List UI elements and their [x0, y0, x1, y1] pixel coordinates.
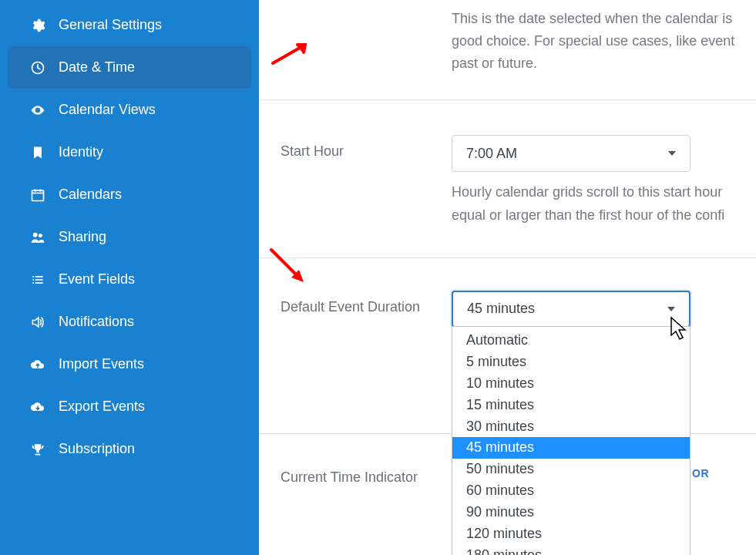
setting-row-default-date: This is the date selected when the calen…: [259, 0, 756, 100]
gear-icon: [29, 17, 46, 34]
sidebar-item-export-events[interactable]: Export Events: [8, 385, 251, 428]
caret-down-icon: [667, 307, 675, 311]
sidebar-item-general-settings[interactable]: General Settings: [8, 4, 251, 46]
svg-rect-1: [32, 190, 44, 200]
users-icon: [29, 229, 46, 246]
sidebar-item-date-time[interactable]: Date & Time: [8, 46, 251, 89]
trophy-icon: [29, 441, 46, 458]
duration-option[interactable]: 15 minutes: [452, 394, 690, 415]
sidebar-item-event-fields[interactable]: Event Fields: [8, 258, 251, 301]
default-duration-select[interactable]: 45 minutes: [452, 291, 690, 328]
sidebar-item-label: General Settings: [59, 17, 162, 33]
duration-option[interactable]: 120 minutes: [452, 523, 690, 544]
sidebar-item-label: Notifications: [59, 314, 134, 330]
calendar-icon: [29, 187, 46, 204]
volume-icon: [29, 314, 46, 331]
svg-point-3: [39, 234, 42, 237]
sidebar: General Settings Date & Time Calendar Vi…: [0, 0, 259, 555]
default-duration-menu: Automatic 5 minutes 10 minutes 15 minute…: [452, 326, 690, 555]
sidebar-item-sharing[interactable]: Sharing: [8, 216, 251, 258]
sidebar-item-calendar-views[interactable]: Calendar Views: [8, 89, 251, 131]
content-area: This is the date selected when the calen…: [259, 0, 756, 555]
duration-option[interactable]: Automatic: [452, 330, 690, 352]
cloud-up-icon: [29, 356, 46, 373]
default-duration-label: Default Event Duration: [281, 291, 452, 391]
sidebar-item-label: Event Fields: [59, 271, 135, 288]
duration-option[interactable]: 90 minutes: [452, 501, 690, 523]
eye-icon: [29, 102, 46, 119]
sidebar-item-label: Subscription: [59, 441, 135, 457]
start-hour-help: Hourly calendar grids scroll to this sta…: [452, 181, 756, 226]
sidebar-item-calendars[interactable]: Calendars: [8, 173, 251, 216]
sidebar-item-label: Import Events: [59, 356, 144, 372]
start-hour-select[interactable]: 7:00 AM: [452, 135, 690, 172]
setting-row-default-duration: Default Event Duration 45 minutes Automa…: [259, 258, 756, 434]
start-hour-label: Start Hour: [281, 135, 452, 226]
list-icon: [29, 271, 46, 288]
setting-row-start-hour: Start Hour 7:00 AM Hourly calendar grids…: [259, 100, 756, 257]
start-hour-value: 7:00 AM: [466, 146, 517, 162]
sidebar-item-import-events[interactable]: Import Events: [8, 343, 251, 385]
duration-option[interactable]: 45 minutes: [452, 437, 690, 459]
sidebar-item-label: Export Events: [59, 399, 145, 415]
caret-down-icon: [668, 151, 676, 156]
cloud-down-icon: [29, 399, 46, 415]
bookmark-icon: [29, 144, 46, 161]
sidebar-item-label: Date & Time: [59, 59, 135, 76]
sidebar-item-identity[interactable]: Identity: [8, 131, 251, 173]
current-time-link-fragment[interactable]: OR: [692, 467, 709, 479]
sidebar-item-notifications[interactable]: Notifications: [8, 301, 251, 343]
duration-option[interactable]: 50 minutes: [452, 459, 690, 480]
current-time-label: Current Time Indicator: [281, 461, 452, 488]
sidebar-item-subscription[interactable]: Subscription: [8, 428, 251, 470]
sidebar-item-label: Calendars: [59, 187, 122, 203]
duration-option[interactable]: 30 minutes: [452, 415, 690, 437]
duration-option[interactable]: 10 minutes: [452, 372, 690, 394]
sidebar-item-label: Calendar Views: [59, 102, 156, 118]
default-duration-value: 45 minutes: [467, 301, 535, 317]
duration-option[interactable]: 5 minutes: [452, 352, 690, 373]
sidebar-item-label: Identity: [59, 144, 103, 160]
clock-icon: [29, 59, 46, 76]
duration-option[interactable]: 180 minutes: [452, 544, 690, 555]
sidebar-item-label: Sharing: [59, 229, 106, 245]
svg-point-2: [33, 232, 38, 237]
default-date-help: This is the date selected when the calen…: [452, 8, 756, 75]
duration-option[interactable]: 60 minutes: [452, 480, 690, 502]
